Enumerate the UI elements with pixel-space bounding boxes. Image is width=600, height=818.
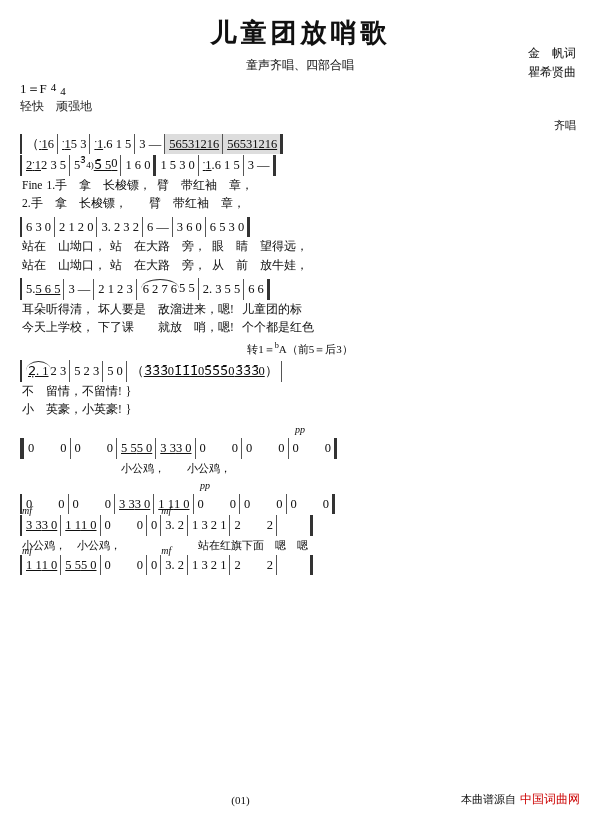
lyrics-6a: 小公鸡， 小公鸡， [20,460,580,477]
measure-2c: 1 6 0 [121,155,156,176]
measure-2b: 5 3̂4)5̄ 50 [70,155,121,176]
staff-row-7-container: pp 0 0 0 0 3 3 3 0 1 1 1 0 0 0 0 0 0 0 [20,478,580,515]
staff-row-2: 2·1 2 3 5 5 3̂4)5̄ 50 1 6 0 1 5 3 0 ·1.6… [20,155,580,176]
measure-8f: 1 3 2 1 [188,515,230,536]
measure-1b: ·1.6 1 5 [90,134,135,155]
staff-row-9-container: mf 1 1 1 0 5 5 5 0 0 0 0 mf 3. 2 1 3 2 1… [20,555,580,576]
staff-row-3: 6 3 0 2 1 2 0 3. 2 3 2 6 — 3 6 0 6 5 3 0 [20,217,580,238]
measure-4a: 5. 5 6 5 [22,279,64,300]
measure-9h [277,555,313,576]
measure-4d: 6 2 7 6 5 5 [137,278,199,300]
measure-8b: 1 1 1 0 [61,515,100,536]
staff-row-4: 5. 5 6 5 3 — 2 1 2 3 6 2 7 6 5 5 2. 3 5 … [20,278,580,300]
measure-1c: 3 — [135,134,165,155]
measure-4f: 6 6 [244,279,270,300]
staff-row-4-container: 5. 5 6 5 3 — 2 1 2 3 6 2 7 6 5 5 2. 3 5 … [20,278,580,300]
measure-8c: 0 0 [101,515,148,536]
measure-9b: 5 5 5 0 [61,555,100,576]
section-key-label: 转1＝bA（前5＝后3） [20,340,580,357]
source-site: 中国词曲网 [520,791,580,808]
measure-7b: 0 0 [69,494,116,515]
measure-2f: 3 — [244,155,276,176]
measure-3f: 6 5 3 0 [206,217,250,238]
footer: (01) 本曲谱源自 中国词曲网 [0,791,600,808]
measure-7f: 0 0 [240,494,287,515]
measure-pickup: （·1 6 [22,134,58,155]
staff-row-6-container: pp 0 0 0 0 5 5 5 0 3 3 3 0 0 0 0 0 0 0 小… [20,422,580,476]
measure-6c: 5 5 5 0 [117,438,156,459]
measure-9c: 0 0 [101,555,148,576]
lyrics-8: 小公鸡， 小公鸡， 站在红旗下面 嗯 嗯 [20,537,580,554]
measure-5d: （3̄3̄3̄0 1̄1̄1̄0 5̄5̄5̄0 3̄3̄3̄0） [127,361,282,382]
page: 儿童团放哨歌 童声齐唱、四部合唱 金 帆词 瞿希贤曲 1＝F 4 4 轻快 顽强… [0,0,600,818]
staff-row-7: 0 0 0 0 3 3 3 0 1 1 1 0 0 0 0 0 0 0 [20,494,580,515]
measure-5a: 2̣. 1 2 3 [22,360,70,382]
measure-3b: 2 1 2 0 [55,217,97,238]
measure-9a: mf 1 1 1 0 [22,555,61,576]
measure-2a: 2·1 2 3 5 [22,155,70,176]
composer: 瞿希贤曲 [528,63,576,82]
measure-3e: 3 6 0 [173,217,206,238]
measure-5b: 5 2 3 [70,361,103,382]
lyrics-row-4b: 今天上学校， 下了课 就放 哨，嗯! 个个都是红色 [20,319,580,336]
measure-8e: mf 3. 2 [161,515,188,536]
lyrics-row-4a: 耳朵听得清， 坏人要是 敌溜进来，嗯! 儿童团的标 [20,301,580,318]
lyrics-row-3b: 站在 山坳口， 站 在大路 旁， 从 前 放牛娃， [20,257,580,274]
measure-6g: 0 0 [289,438,338,459]
measure-5c: 5 0 [103,361,127,382]
measure-2e: ·1.6 1 5 [199,155,244,176]
tempo: 轻快 顽强地 [20,98,92,115]
measure-8a: mf 3 3 3 0 [22,515,61,536]
page-number: (01) [20,794,461,806]
measure-6f: 0 0 [242,438,289,459]
staff-row-6: 0 0 0 0 5 5 5 0 3 3 3 0 0 0 0 0 0 0 [20,438,580,459]
lyrics-row-5a: 不 留情，不留情! } [20,383,580,400]
staff-row-8: mf 3 3 3 0 1 1 1 0 0 0 0 mf 3. 2 1 3 2 1… [20,515,580,536]
measure-4b: 3 — [64,279,94,300]
author-block: 金 帆词 瞿希贤曲 [528,44,576,82]
measure-4e: 2. 3 5 5 [199,279,245,300]
measure-4c: 2 1 2 3 [94,279,136,300]
measure-8h [277,515,313,536]
measure-7c: 3 3 3 0 [115,494,154,515]
measure-8d: 0 [147,515,161,536]
lyrics-row-3a: 站在 山坳口， 站 在大路 旁， 眼 睛 望得远， [20,238,580,255]
measure-9d: 0 [147,555,161,576]
measure-3d: 6 — [143,217,173,238]
measure-6a: 0 0 [22,438,71,459]
measure-6e: 0 0 [196,438,243,459]
staff-row-3-container: 6 3 0 2 1 2 0 3. 2 3 2 6 — 3 6 0 6 5 3 0 [20,217,580,238]
measure-6b: 0 0 [71,438,118,459]
measure-7e: 0 0 [194,494,241,515]
qi-chang-label: 齐唱 [20,117,580,134]
lyrics-row-2: 2.手 拿 长梭镖， 臂 带红袖 章， [20,195,580,212]
staff-row-1: （·1 6 ·15 3 ·1.6 1 5 3 — 5653 1216 5653 … [20,134,580,155]
measure-2d: 1 5 3 0 [156,155,198,176]
subtitle: 童声齐唱、四部合唱 [20,57,580,74]
measure-6d: 3 3 3 0 [156,438,195,459]
measure-8g: 2 2 [230,515,277,536]
measure-9e: mf 3. 2 [161,555,188,576]
measure-1a: ·15 3 [58,134,90,155]
staff-row-5-container: 2̣. 1 2 3 5 2 3 5 0 （3̄3̄3̄0 1̄1̄1̄0 5̄5… [20,360,580,382]
lyrics-row-5b: 小 英豪，小英豪! } [20,401,580,418]
staff-row-9: mf 1 1 1 0 5 5 5 0 0 0 0 mf 3. 2 1 3 2 1… [20,555,580,576]
measure-7g: 0 0 [287,494,336,515]
source-label: 本曲谱源自 [461,792,516,807]
pp-label-1: pp [20,422,580,437]
measure-1e: 5653 1216 [223,134,283,155]
song-title: 儿童团放哨歌 [20,16,580,51]
measure-1d: 5653 1216 [165,134,223,155]
notation-area: 齐唱 （·1 6 ·15 3 ·1.6 1 5 3 — 5653 1216 56… [20,117,580,575]
measure-9f: 1 3 2 1 [188,555,230,576]
key-signature: 1＝F 4 4 [20,80,92,98]
measure-3a: 6 3 0 [22,217,55,238]
measure-9g: 2 2 [230,555,277,576]
staff-row-5: 2̣. 1 2 3 5 2 3 5 0 （3̄3̄3̄0 1̄1̄1̄0 5̄5… [20,360,580,382]
measure-7d: 1 1 1 0 [154,494,193,515]
measure-3c: 3. 2 3 2 [97,217,143,238]
key-tempo: 1＝F 4 4 轻快 顽强地 [20,80,92,115]
pp-label-2: pp [20,478,580,493]
lyrics-row-1: Fine 1.手 拿 长梭镖， 臂 带红袖 章， [20,177,580,194]
lyricist: 金 帆词 [528,44,576,63]
